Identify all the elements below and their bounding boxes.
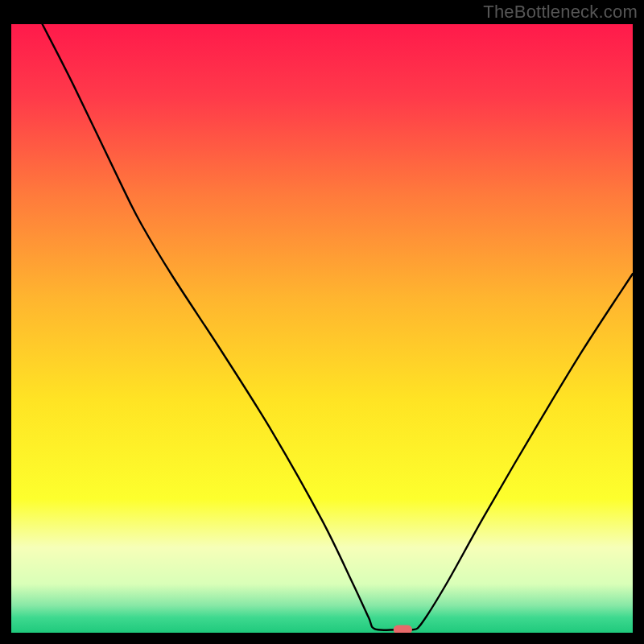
gradient-background xyxy=(11,24,633,633)
watermark-text: TheBottleneck.com xyxy=(483,2,638,23)
chart-frame: TheBottleneck.com xyxy=(0,0,644,644)
optimal-point-marker xyxy=(394,625,412,633)
plot-svg xyxy=(11,24,633,633)
plot-area xyxy=(11,24,633,633)
